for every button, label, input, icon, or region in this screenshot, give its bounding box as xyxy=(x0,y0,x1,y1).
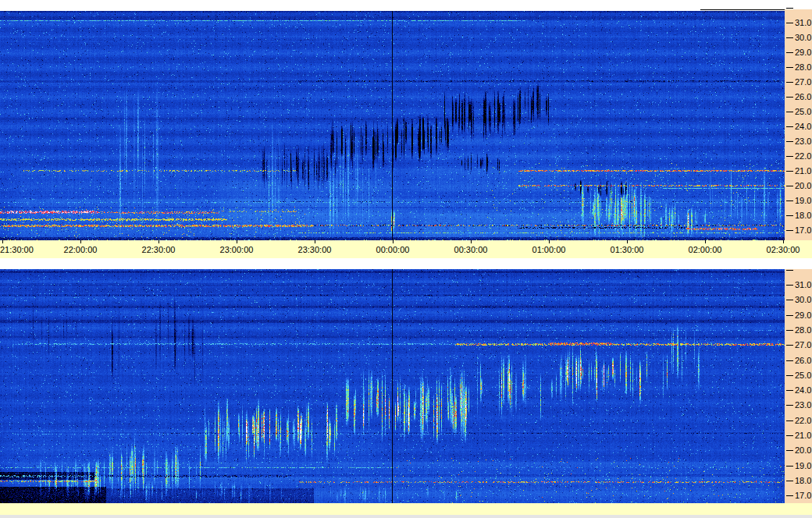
freq-tick xyxy=(786,37,793,38)
time-tick-label: 02:30:00 xyxy=(763,245,803,255)
freq-tick-label: 20.0 xyxy=(795,445,812,455)
time-tick xyxy=(158,240,159,243)
bottom-time-strip xyxy=(0,503,812,515)
freq-tick xyxy=(786,112,793,112)
freq-tick xyxy=(786,360,793,361)
frequency-axis-bottom: 31.030.029.028.027.026.025.024.023.022.0… xyxy=(785,269,812,503)
freq-tick-label: 25.0 xyxy=(795,107,812,116)
spectrogram-rcp-lcp xyxy=(0,11,785,240)
freq-tick xyxy=(786,186,793,186)
freq-tick xyxy=(786,435,793,436)
freq-tick-label: 23.0 xyxy=(795,137,812,146)
freq-tick xyxy=(786,495,793,496)
freq-tick-label: 21.0 xyxy=(795,431,812,440)
freq-tick-label: 18.0 xyxy=(795,211,812,220)
time-tick-label: 01:00:00 xyxy=(529,245,569,255)
freq-tick xyxy=(786,345,793,346)
time-tick-label: 22:30:00 xyxy=(138,245,179,255)
time-tick-label: 01:30:00 xyxy=(607,245,647,255)
time-tick-label: 02:00:00 xyxy=(685,245,725,255)
freq-tick xyxy=(786,156,793,157)
footer-gray-strip xyxy=(0,515,812,518)
freq-tick xyxy=(786,67,793,68)
freq-tick xyxy=(786,52,793,53)
freq-tick-label: 27.0 xyxy=(795,340,812,349)
freq-tick-label: 26.0 xyxy=(795,92,812,101)
panel2-title: AJ4CO Observatory 07 Jul 2017 - DPS on T… xyxy=(0,258,812,269)
freq-tick xyxy=(786,97,793,98)
freq-tick-label: 20.0 xyxy=(795,181,812,190)
time-tick xyxy=(2,240,3,243)
spectrograph-window: AJ4CO Observatory 07 Jul 2017 - DPS on T… xyxy=(0,0,812,518)
freq-tick-label: 21.0 xyxy=(795,166,812,176)
time-axis: 21:30:0022:00:0022:30:0023:00:0023:30:00… xyxy=(0,240,812,258)
freq-tick-label: 23.0 xyxy=(795,400,812,410)
freq-tick-label: 19.0 xyxy=(795,196,812,205)
freq-tick xyxy=(786,481,793,481)
freq-tick-label: 30.0 xyxy=(795,33,812,42)
freq-tick xyxy=(786,200,793,201)
freq-tick-label: 31.0 xyxy=(795,280,812,289)
time-tick-label: 00:30:00 xyxy=(451,245,491,255)
time-tick xyxy=(783,240,784,243)
freq-tick-label: 28.0 xyxy=(795,325,812,335)
spectrogram-lcp-rcp xyxy=(0,269,785,503)
freq-tick xyxy=(786,420,793,421)
time-tick-label: 22:00:00 xyxy=(60,245,101,255)
time-tick-label: 21:30:00 xyxy=(0,245,41,255)
freq-tick xyxy=(786,375,793,376)
freq-tick xyxy=(786,230,793,231)
freq-tick-label: 17.0 xyxy=(795,491,812,500)
freq-tick xyxy=(786,315,793,316)
freq-tick-label: 25.0 xyxy=(795,371,812,380)
freq-tick-label: 22.0 xyxy=(795,416,812,425)
freq-tick xyxy=(786,466,793,467)
freq-tick xyxy=(786,330,793,331)
frequency-axis-top: 31.030.029.028.027.026.025.024.023.022.0… xyxy=(785,9,812,240)
freq-tick-label: 26.0 xyxy=(795,356,812,365)
freq-tick-label: 18.0 xyxy=(795,476,812,485)
freq-tick xyxy=(786,126,793,127)
freq-tick xyxy=(786,285,793,286)
freq-tick xyxy=(786,215,793,216)
freq-tick-label: 28.0 xyxy=(795,62,812,72)
spectrogram-top-rule xyxy=(700,9,793,10)
freq-tick-label: 31.0 xyxy=(795,18,812,27)
freq-tick xyxy=(786,450,793,451)
freq-tick-label: 24.0 xyxy=(795,122,812,131)
freq-tick-label: 29.0 xyxy=(795,48,812,57)
freq-tick-label: 27.0 xyxy=(795,77,812,87)
freq-tick xyxy=(786,390,793,391)
time-tick-label: 23:30:00 xyxy=(294,245,335,255)
freq-tick-label: 17.0 xyxy=(795,225,812,235)
freq-tick xyxy=(786,23,793,23)
freq-tick xyxy=(786,141,793,142)
freq-tick xyxy=(786,171,793,172)
time-tick xyxy=(627,240,628,243)
time-tick-label: 23:00:00 xyxy=(216,245,257,255)
freq-tick xyxy=(786,82,793,83)
time-tick xyxy=(471,240,472,243)
freq-tick-label: 22.0 xyxy=(795,151,812,161)
time-tick xyxy=(393,240,394,243)
freq-tick xyxy=(786,405,793,406)
freq-tick-label: 19.0 xyxy=(795,461,812,470)
freq-tick-label: 30.0 xyxy=(795,295,812,304)
time-tick xyxy=(80,240,81,243)
time-tick xyxy=(315,240,315,243)
freq-tick xyxy=(786,8,793,9)
freq-tick xyxy=(786,270,793,271)
time-tick xyxy=(705,240,706,243)
freq-tick-label: 29.0 xyxy=(795,310,812,320)
time-tick-label: 00:00:00 xyxy=(372,245,413,255)
time-tick xyxy=(549,240,550,243)
freq-tick xyxy=(786,300,793,300)
panel1-title: AJ4CO Observatory 07 Jul 2017 - DPS on T… xyxy=(0,0,812,11)
time-tick xyxy=(237,240,237,243)
freq-tick-label: 24.0 xyxy=(795,385,812,395)
